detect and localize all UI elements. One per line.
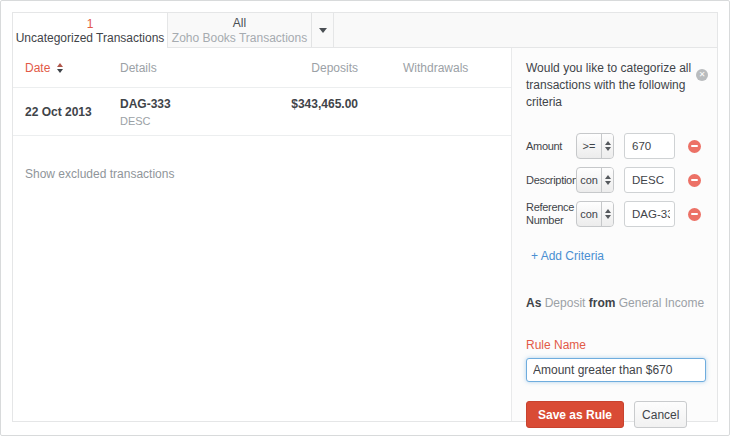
- description-operator-value: con: [577, 174, 601, 186]
- column-header-withdrawals: Withdrawals: [358, 61, 468, 75]
- chevron-down-icon: [319, 28, 327, 33]
- sort-up-arrow-icon: [57, 63, 63, 67]
- remove-criteria-icon[interactable]: [688, 174, 701, 187]
- content-area: Date Details Deposits Withdrawals 22 Oct…: [13, 48, 717, 421]
- reference-value-input[interactable]: [624, 201, 675, 227]
- sort-down-arrow-icon: [57, 69, 63, 73]
- panel-actions: Save as Rule Cancel: [526, 401, 705, 428]
- uncategorized-count-badge: 1: [87, 17, 94, 31]
- stepper-up-icon: [605, 141, 611, 145]
- cell-deposit: $343,465.00: [265, 97, 358, 127]
- select-stepper-icon: [601, 202, 613, 226]
- reference-operator-select[interactable]: con: [576, 201, 614, 227]
- amount-value-input[interactable]: [624, 133, 675, 159]
- rule-name-label: Rule Name: [526, 338, 705, 352]
- date-header-label: Date: [25, 61, 50, 75]
- cancel-button[interactable]: Cancel: [634, 401, 687, 428]
- tab-bar: 1 Uncategorized Transactions All Zoho Bo…: [13, 13, 717, 48]
- reference-operator-value: con: [577, 208, 601, 220]
- tab-uncategorized-label: Uncategorized Transactions: [16, 31, 165, 45]
- save-as-rule-button[interactable]: Save as Rule: [526, 401, 624, 428]
- add-criteria-link[interactable]: + Add Criteria: [531, 249, 604, 263]
- close-icon[interactable]: ✕: [696, 69, 708, 81]
- cell-description: DESC: [120, 115, 265, 127]
- column-header-date[interactable]: Date: [25, 61, 63, 75]
- cell-details: DAG-333 DESC: [120, 97, 265, 127]
- criteria-label-reference-number: Reference Number: [526, 201, 576, 227]
- tab-all-zoho-books-main[interactable]: All Zoho Books Transactions: [168, 13, 311, 48]
- stepper-down-icon: [605, 147, 611, 151]
- rule-name-input[interactable]: [526, 358, 706, 382]
- transactions-table: Date Details Deposits Withdrawals 22 Oct…: [13, 48, 511, 421]
- banking-transactions-window: 1 Uncategorized Transactions All Zoho Bo…: [12, 12, 718, 422]
- categorize-rule-panel: ✕ Would you like to categorize all trans…: [511, 48, 717, 421]
- tab-dropdown-button[interactable]: [311, 13, 333, 48]
- column-header-deposits: Deposits: [265, 61, 358, 75]
- cell-reference: DAG-333: [120, 97, 265, 111]
- show-excluded-transactions-link[interactable]: Show excluded transactions: [25, 167, 174, 181]
- tab-all-title: All: [233, 16, 246, 31]
- column-header-details: Details: [120, 61, 265, 75]
- sentence-account: General Income: [619, 296, 704, 310]
- sentence-category: Deposit: [545, 296, 586, 310]
- stepper-down-icon: [605, 181, 611, 185]
- select-stepper-icon: [601, 134, 613, 158]
- select-stepper-icon: [601, 168, 613, 192]
- criteria-row-amount: Amount >=: [526, 133, 705, 159]
- criteria-row-description: Description con: [526, 167, 705, 193]
- tab-all-label: Zoho Books Transactions: [172, 31, 307, 46]
- panel-title: Would you like to categorize all transac…: [526, 60, 700, 111]
- description-operator-select[interactable]: con: [576, 167, 614, 193]
- stepper-down-icon: [605, 215, 611, 219]
- cell-withdrawal: [358, 97, 403, 127]
- criteria-list: Amount >= Description con: [526, 133, 705, 227]
- remove-criteria-icon[interactable]: [688, 140, 701, 153]
- criteria-row-reference-number: Reference Number con: [526, 201, 705, 227]
- stepper-up-icon: [605, 175, 611, 179]
- stepper-up-icon: [605, 209, 611, 213]
- remove-criteria-icon[interactable]: [688, 208, 701, 221]
- amount-operator-value: >=: [577, 140, 601, 152]
- sentence-from: from: [589, 296, 616, 310]
- description-value-input[interactable]: [624, 167, 675, 193]
- sort-icon: [57, 63, 63, 73]
- criteria-label-description: Description: [526, 174, 576, 187]
- table-row[interactable]: 22 Oct 2013 DAG-333 DESC $343,465.00: [13, 88, 511, 136]
- tab-all-zoho-books: All Zoho Books Transactions: [168, 13, 334, 48]
- sentence-as: As: [526, 296, 541, 310]
- cell-date: 22 Oct 2013: [25, 97, 120, 127]
- category-sentence: As Deposit from General Income: [526, 296, 705, 310]
- amount-operator-select[interactable]: >=: [576, 133, 614, 159]
- criteria-label-amount: Amount: [526, 140, 576, 153]
- column-header-date-wrap: Date: [25, 61, 120, 75]
- table-header-row: Date Details Deposits Withdrawals: [13, 48, 511, 88]
- tab-uncategorized-transactions[interactable]: 1 Uncategorized Transactions: [13, 13, 168, 48]
